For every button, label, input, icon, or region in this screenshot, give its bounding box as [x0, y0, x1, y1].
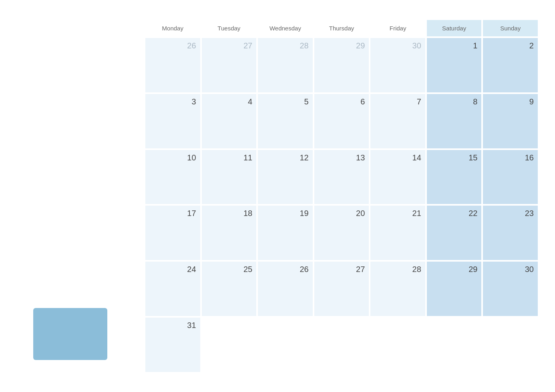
day-cell[interactable]: 31: [145, 318, 200, 372]
day-header-sunday: Sunday: [483, 20, 538, 36]
day-cell[interactable]: 15: [427, 150, 482, 204]
day-number: 18: [243, 209, 252, 218]
day-cell[interactable]: [427, 318, 482, 372]
week-row-5: 24252627282930: [145, 262, 538, 316]
day-header-tuesday: Tuesday: [202, 20, 257, 36]
week-row-2: 3456789: [145, 94, 538, 148]
day-cell[interactable]: 18: [202, 206, 257, 260]
weeks-container: 2627282930123456789101112131415161718192…: [145, 38, 538, 372]
day-cell[interactable]: [314, 318, 369, 372]
day-number: 11: [243, 153, 252, 162]
day-cell[interactable]: [370, 318, 425, 372]
day-cell[interactable]: 22: [427, 206, 482, 260]
day-number: 26: [300, 265, 308, 274]
month-badge: [33, 308, 107, 360]
day-cell[interactable]: 28: [258, 38, 313, 92]
day-cell[interactable]: 29: [427, 262, 482, 316]
week-row-1: 262728293012: [145, 38, 538, 92]
day-number: 3: [191, 97, 196, 106]
day-cell[interactable]: [483, 318, 538, 372]
day-number: 29: [469, 265, 477, 274]
day-number: 29: [356, 41, 365, 50]
day-cell[interactable]: 27: [202, 38, 257, 92]
day-cell[interactable]: 12: [258, 150, 313, 204]
day-number: 23: [525, 209, 534, 218]
day-cell[interactable]: 27: [314, 262, 369, 316]
day-cell[interactable]: 17: [145, 206, 200, 260]
day-cell[interactable]: 24: [145, 262, 200, 316]
day-number: 31: [187, 321, 196, 330]
day-number: 7: [417, 97, 421, 106]
day-cell[interactable]: 11: [202, 150, 257, 204]
day-cell[interactable]: 30: [370, 38, 425, 92]
day-number: 15: [469, 153, 477, 162]
day-header-thursday: Thursday: [314, 20, 369, 36]
day-cell[interactable]: 16: [483, 150, 538, 204]
day-number: 24: [187, 265, 196, 274]
day-cell[interactable]: 25: [202, 262, 257, 316]
day-number: 5: [304, 97, 309, 106]
day-number: 2: [529, 41, 534, 50]
day-number: 13: [356, 153, 365, 162]
day-cell[interactable]: [202, 318, 257, 372]
day-cell[interactable]: 1: [427, 38, 482, 92]
day-number: 27: [243, 41, 252, 50]
week-row-3: 10111213141516: [145, 150, 538, 204]
day-number: 8: [473, 97, 477, 106]
day-number: 14: [412, 153, 421, 162]
day-cell[interactable]: 13: [314, 150, 369, 204]
day-cell[interactable]: 4: [202, 94, 257, 148]
day-header-monday: Monday: [145, 20, 200, 36]
day-number: 12: [300, 153, 308, 162]
day-cell[interactable]: 7: [370, 94, 425, 148]
day-number: 6: [360, 97, 365, 106]
day-cell[interactable]: 26: [145, 38, 200, 92]
day-cell[interactable]: 23: [483, 206, 538, 260]
calendar-grid: MondayTuesdayWednesdayThursdayFridaySatu…: [145, 20, 538, 372]
day-number: 9: [529, 97, 534, 106]
day-cell[interactable]: 6: [314, 94, 369, 148]
day-cell[interactable]: 3: [145, 94, 200, 148]
day-number: 28: [412, 265, 421, 274]
week-row-6: 31: [145, 318, 538, 372]
day-cell[interactable]: 29: [314, 38, 369, 92]
day-number: 22: [469, 209, 477, 218]
day-number: 1: [473, 41, 477, 50]
week-row-4: 17181920212223: [145, 206, 538, 260]
day-cell[interactable]: 9: [483, 94, 538, 148]
day-headers: MondayTuesdayWednesdayThursdayFridaySatu…: [145, 20, 538, 36]
day-cell[interactable]: 8: [427, 94, 482, 148]
day-cell[interactable]: 14: [370, 150, 425, 204]
day-number: 26: [187, 41, 196, 50]
day-header-wednesday: Wednesday: [258, 20, 313, 36]
day-header-friday: Friday: [370, 20, 425, 36]
day-number: 4: [248, 97, 252, 106]
left-panel: [17, 20, 145, 372]
day-cell[interactable]: 21: [370, 206, 425, 260]
title-section: [33, 32, 137, 35]
day-number: 21: [412, 209, 421, 218]
day-number: 30: [525, 265, 534, 274]
day-number: 16: [525, 153, 534, 162]
day-number: 17: [187, 209, 196, 218]
day-cell[interactable]: 20: [314, 206, 369, 260]
day-cell[interactable]: 19: [258, 206, 313, 260]
calendar-container: MondayTuesdayWednesdayThursdayFridaySatu…: [17, 20, 538, 372]
day-number: 19: [300, 209, 308, 218]
day-number: 10: [187, 153, 196, 162]
day-number: 25: [243, 265, 252, 274]
day-cell[interactable]: 26: [258, 262, 313, 316]
day-header-saturday: Saturday: [427, 20, 482, 36]
day-cell[interactable]: 30: [483, 262, 538, 316]
day-number: 30: [412, 41, 421, 50]
day-cell[interactable]: 5: [258, 94, 313, 148]
day-number: 27: [356, 265, 365, 274]
day-number: 28: [300, 41, 308, 50]
day-cell[interactable]: 10: [145, 150, 200, 204]
day-cell[interactable]: 28: [370, 262, 425, 316]
day-number: 20: [356, 209, 365, 218]
day-cell[interactable]: [258, 318, 313, 372]
day-cell[interactable]: 2: [483, 38, 538, 92]
